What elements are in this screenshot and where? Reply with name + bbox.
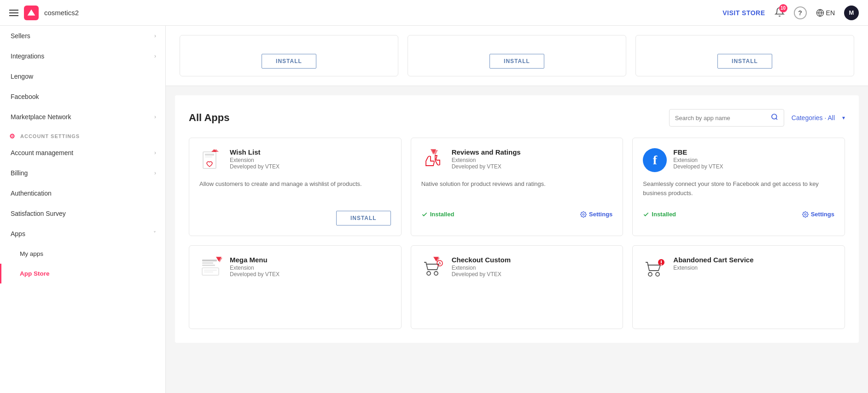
abandoned-cart-icon [643,256,667,280]
app-card-fbe: f FBE Extension Developed by VTEX Seamle… [632,138,845,236]
checkout-dev: Developed by VTEX [452,271,511,277]
chevron-right-icon: › [154,33,156,39]
sidebar-item-authentication[interactable]: Authentication [0,183,165,203]
sidebar-item-sellers[interactable]: Sellers › [0,26,165,46]
install-card-1: INSTALL [180,35,398,76]
user-avatar[interactable]: M [844,6,859,20]
install-button-2[interactable]: INSTALL [489,54,544,69]
fbe-icon: f [643,148,667,172]
header-left: cosmetics2 [9,6,715,20]
app-card-header-wish-list: Wish List Extension Developed by VTEX [199,148,391,172]
mega-menu-type: Extension [230,265,280,271]
checkmark-icon [643,211,649,218]
svg-rect-20 [204,270,217,271]
svg-point-12 [583,214,584,215]
sidebar-item-billing[interactable]: Billing › [0,163,165,183]
checkmark-icon [421,211,428,218]
fbe-footer: Installed Settings [643,211,834,218]
account-settings-section-header: ⚙ ACCOUNT SETTINGS [0,127,165,143]
chevron-right-icon: › [154,53,156,59]
svg-point-33 [661,264,662,265]
install-card-3: INSTALL [635,35,854,76]
hamburger-menu-icon[interactable] [9,10,18,16]
sidebar-item-lengow[interactable]: Lengow [0,66,165,87]
svg-rect-7 [205,156,212,157]
install-button-3[interactable]: INSTALL [717,54,772,69]
abandoned-cart-desc [643,287,834,310]
reviews-name: Reviews and Ratings [452,148,521,156]
app-card-header-reviews: Reviews and Ratings Extension Developed … [421,148,613,172]
chevron-right-icon: › [154,114,156,120]
all-apps-controls: Categories · All ▾ [669,109,845,127]
app-card-header-mega-menu: Mega Menu Extension Developed by VTEX [199,256,391,280]
svg-rect-15 [202,262,213,264]
reviews-icon [421,148,445,172]
wish-list-name: Wish List [230,148,280,156]
fbe-settings-link[interactable]: Settings [802,211,834,218]
wish-list-type: Extension [230,157,280,163]
app-logo [24,6,39,20]
reviews-desc: Native solution for product reviews and … [421,179,613,202]
notifications-button[interactable]: 10 [775,7,785,19]
checkout-name: Checkout Custom [452,256,511,264]
sidebar-item-facebook[interactable]: Facebook [0,87,165,107]
search-box [669,109,784,127]
app-card-checkout-custom: Checkout Custom Extension Developed by V… [411,245,623,329]
checkout-desc [421,287,613,310]
visit-store-link[interactable]: VISIT STORE [722,9,765,17]
gear-icon: ⚙ [9,133,16,140]
globe-icon [816,9,824,17]
sidebar-item-account-management[interactable]: Account management › [0,143,165,163]
fbe-info: FBE Extension Developed by VTEX [673,148,723,170]
install-card-2: INSTALL [408,35,626,76]
help-button[interactable]: ? [794,6,807,19]
sidebar-item-apps[interactable]: Apps ˅ [0,224,165,244]
search-icon[interactable] [771,113,778,122]
search-input[interactable] [675,115,767,121]
top-install-strip: INSTALL INSTALL INSTALL [166,26,868,86]
checkout-icon [421,256,445,280]
reviews-footer: Installed Settings [421,211,613,218]
all-apps-section: All Apps Categories · All ▾ [175,95,859,343]
app-card-header-checkout: Checkout Custom Extension Developed by V… [421,256,613,280]
svg-point-3 [772,114,777,119]
categories-dropdown[interactable]: Categories · All [792,114,835,121]
wish-list-dev: Developed by VTEX [230,163,280,170]
install-button-1[interactable]: INSTALL [262,54,316,69]
language-selector[interactable]: EN [816,9,835,17]
svg-point-25 [434,272,438,275]
wish-list-info: Wish List Extension Developed by VTEX [230,148,280,170]
wish-list-icon [199,148,223,172]
svg-point-13 [804,214,806,215]
fbe-installed-badge: Installed [643,211,676,218]
svg-rect-6 [205,154,214,156]
svg-rect-21 [204,272,213,272]
main-layout: Sellers › Integrations › Lengow Facebook… [0,26,868,393]
reviews-type: Extension [452,157,521,163]
sidebar-item-marketplace-network[interactable]: Marketplace Network › [0,107,165,127]
app-card-mega-menu: Mega Menu Extension Developed by VTEX [189,245,402,329]
svg-point-24 [427,272,431,275]
svg-line-28 [440,263,441,264]
reviews-dev: Developed by VTEX [452,163,521,170]
abandoned-cart-info: Abandoned Cart Service Extension [673,256,753,271]
wish-list-desc: Allow customers to create and manage a w… [199,179,391,202]
all-apps-header: All Apps Categories · All ▾ [189,109,845,127]
abandoned-cart-name: Abandoned Cart Service [673,256,753,264]
wish-list-footer: INSTALL [199,211,391,225]
fbe-name: FBE [673,148,723,156]
sidebar-item-my-apps[interactable]: My apps [0,244,165,264]
svg-rect-16 [202,265,215,266]
wish-list-install-button[interactable]: INSTALL [336,211,391,225]
mega-menu-name: Mega Menu [230,256,280,264]
app-card-header-fbe: f FBE Extension Developed by VTEX [643,148,834,172]
chevron-down-icon[interactable]: ▾ [842,115,845,121]
sidebar-item-app-store[interactable]: App Store [0,264,165,283]
svg-marker-23 [434,258,440,262]
sidebar-item-satisfaction-survey[interactable]: Satisfaction Survey [0,203,165,224]
app-card-reviews-ratings: Reviews and Ratings Extension Developed … [411,138,623,236]
mega-menu-dev: Developed by VTEX [230,271,280,277]
sidebar-item-integrations[interactable]: Integrations › [0,46,165,66]
fbe-dev: Developed by VTEX [673,163,723,170]
reviews-settings-link[interactable]: Settings [580,211,612,218]
